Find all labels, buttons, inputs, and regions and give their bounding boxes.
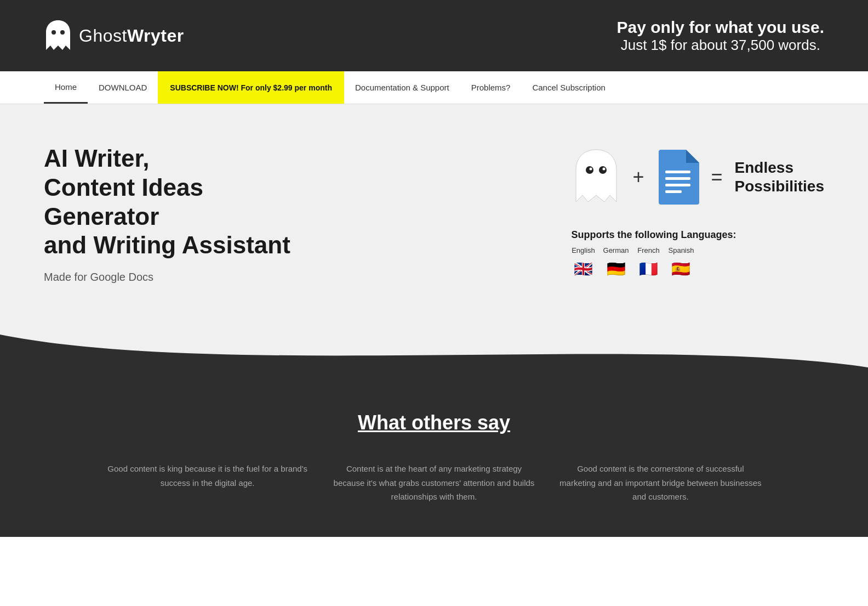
hero-title: AI Writer, Content Ideas Generator and W… bbox=[44, 144, 318, 260]
lang-spanish-label: Spanish bbox=[669, 246, 694, 254]
lang-german: German 🇩🇪 bbox=[603, 246, 629, 281]
hero-section: AI Writer, Content Ideas Generator and W… bbox=[0, 104, 868, 335]
testimonial-item-3: Good content is the cornerstone of succe… bbox=[558, 462, 763, 504]
plus-icon: + bbox=[633, 166, 644, 189]
tagline-line1: Pay only for what you use. bbox=[617, 18, 824, 37]
flag-french-icon: 🇫🇷 bbox=[637, 257, 661, 281]
nav-download[interactable]: DOWNLOAD bbox=[88, 71, 158, 104]
language-flags: English 🇬🇧 German 🇩🇪 French 🇫🇷 Spanish 🇪… bbox=[572, 246, 736, 281]
wave-container bbox=[0, 335, 868, 378]
languages-title: Supports the following Languages: bbox=[572, 229, 736, 241]
svg-rect-8 bbox=[665, 184, 690, 186]
svg-rect-9 bbox=[665, 190, 682, 193]
nav-cancel[interactable]: Cancel Subscription bbox=[521, 71, 616, 104]
tagline-line2: Just 1$ for about 37,500 words. bbox=[617, 37, 824, 54]
testimonial-text-3: Good content is the cornerstone of succe… bbox=[558, 462, 763, 504]
svg-point-5 bbox=[602, 168, 605, 171]
wave-divider-icon bbox=[0, 335, 868, 378]
endless-possibilities-text: Endless Possibilities bbox=[735, 158, 824, 195]
flag-english-icon: 🇬🇧 bbox=[572, 257, 596, 281]
svg-rect-6 bbox=[665, 171, 690, 173]
header: GhostWryter Pay only for what you use. J… bbox=[0, 0, 868, 71]
navigation: Home DOWNLOAD SUBSCRIBE NOW! For only $2… bbox=[0, 71, 868, 104]
equation-display: + = Endless Possibilities bbox=[572, 147, 824, 207]
hero-text: AI Writer, Content Ideas Generator and W… bbox=[44, 144, 318, 284]
nav-problems[interactable]: Problems? bbox=[460, 71, 522, 104]
nav-subscribe[interactable]: SUBSCRIBE NOW! For only $2.99 per month bbox=[158, 71, 344, 104]
testimonial-text-1: Good content is king because it is the f… bbox=[105, 462, 310, 490]
logo-area: GhostWryter bbox=[44, 19, 184, 52]
languages-section: Supports the following Languages: Englis… bbox=[572, 229, 736, 281]
testimonial-text-2: Content is at the heart of any marketing… bbox=[332, 462, 536, 504]
testimonials-section: What others say Good content is king bec… bbox=[0, 378, 868, 537]
lang-french: French 🇫🇷 bbox=[637, 246, 661, 281]
testimonial-item-1: Good content is king because it is the f… bbox=[105, 462, 310, 504]
lang-english-label: English bbox=[572, 246, 595, 254]
testimonials-grid: Good content is king because it is the f… bbox=[105, 462, 763, 504]
svg-point-2 bbox=[586, 166, 593, 174]
svg-point-1 bbox=[60, 30, 65, 35]
ghost-logo-icon bbox=[44, 19, 72, 52]
testimonial-item-2: Content is at the heart of any marketing… bbox=[332, 462, 536, 504]
svg-point-3 bbox=[599, 166, 607, 174]
svg-rect-7 bbox=[665, 177, 690, 180]
ghost-figure-icon bbox=[572, 147, 621, 207]
hero-subtitle: Made for Google Docs bbox=[44, 271, 318, 284]
equals-icon: = bbox=[711, 166, 723, 189]
logo-text: GhostWryter bbox=[79, 26, 184, 46]
lang-french-label: French bbox=[637, 246, 659, 254]
header-tagline: Pay only for what you use. Just 1$ for a… bbox=[617, 18, 824, 54]
google-doc-icon bbox=[656, 150, 699, 205]
testimonials-title: What others say bbox=[44, 411, 824, 434]
flag-spanish-icon: 🇪🇸 bbox=[669, 257, 693, 281]
nav-home[interactable]: Home bbox=[44, 71, 88, 104]
lang-english: English 🇬🇧 bbox=[572, 246, 596, 281]
lang-spanish: Spanish 🇪🇸 bbox=[669, 246, 694, 281]
svg-point-4 bbox=[589, 168, 592, 171]
svg-point-0 bbox=[52, 30, 56, 35]
nav-docs[interactable]: Documentation & Support bbox=[344, 71, 460, 104]
flag-german-icon: 🇩🇪 bbox=[604, 257, 628, 281]
hero-visual: + = Endless Possibilities Supports the f… bbox=[572, 147, 824, 281]
lang-german-label: German bbox=[603, 246, 629, 254]
